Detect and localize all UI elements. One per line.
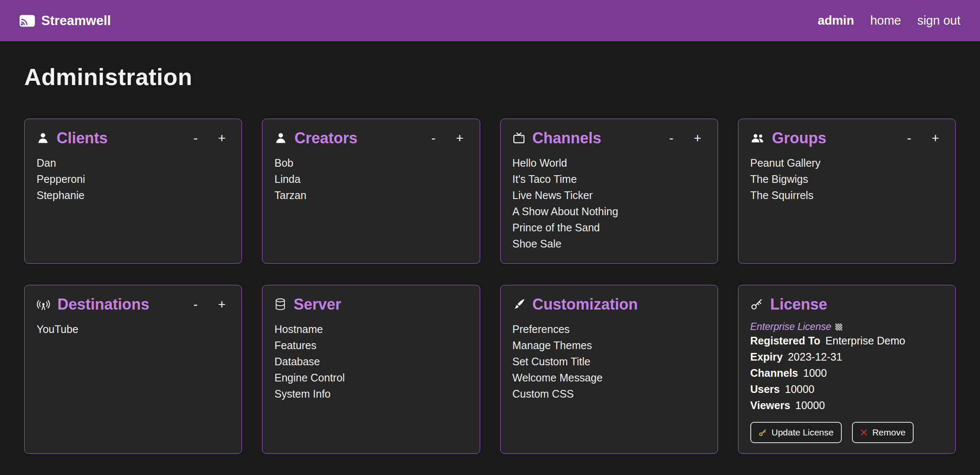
- field-label: Users: [750, 383, 780, 395]
- list-item[interactable]: Pepperoni: [37, 171, 85, 187]
- license-expiry: Expiry2023-12-31: [750, 349, 943, 365]
- card-grid: Clients - + DanPepperoniStephanie Creato…: [24, 119, 956, 454]
- person-icon: [274, 132, 287, 145]
- field-label: Channels: [750, 367, 798, 379]
- card-server: Server HostnameFeaturesDatabaseEngine Co…: [262, 285, 480, 454]
- add-channel-button[interactable]: +: [689, 132, 706, 145]
- license-users: Users10000: [750, 381, 943, 397]
- list-item[interactable]: System Info: [274, 386, 330, 402]
- page-title: Administration: [24, 63, 980, 91]
- remove-destination-button[interactable]: -: [189, 298, 202, 311]
- remove-group-button[interactable]: -: [903, 132, 915, 145]
- license-badge: Enterprise License: [750, 321, 943, 333]
- list-item[interactable]: The Bigwigs: [750, 171, 808, 187]
- list-item[interactable]: Bob: [274, 155, 293, 171]
- update-license-label: Update License: [772, 427, 834, 438]
- destinations-list: YouTube: [37, 321, 230, 337]
- list-item[interactable]: Dan: [37, 155, 56, 171]
- field-value: Enterprise Demo: [826, 335, 906, 347]
- list-item[interactable]: YouTube: [37, 321, 78, 337]
- top-nav: admin home sign out: [818, 14, 960, 28]
- person-icon: [37, 132, 49, 145]
- card-channels: Channels - + Hello WorldIt's Taco TimeLi…: [500, 119, 718, 264]
- field-label: Registered To: [750, 335, 820, 347]
- groups-list: Peanut GalleryThe BigwigsThe Squirrels: [750, 155, 943, 203]
- field-value: 10000: [785, 383, 815, 395]
- add-group-button[interactable]: +: [927, 132, 943, 145]
- add-client-button[interactable]: +: [214, 132, 230, 145]
- nav-user[interactable]: admin: [818, 14, 854, 28]
- brush-icon: [513, 298, 525, 311]
- remove-license-label: Remove: [872, 427, 906, 438]
- creators-list: BobLindaTarzan: [274, 155, 467, 203]
- card-license: License Enterprise License: [738, 285, 956, 454]
- red-x-icon: [860, 429, 868, 436]
- card-title-license: License: [770, 296, 827, 313]
- list-item[interactable]: Stephanie: [37, 187, 85, 203]
- remove-license-button[interactable]: Remove: [852, 422, 914, 443]
- card-title-groups: Groups: [772, 129, 826, 147]
- tv-icon: [513, 132, 525, 145]
- list-item[interactable]: Shoe Sale: [513, 236, 561, 252]
- key-icon: [750, 298, 763, 311]
- list-item[interactable]: Peanut Gallery: [750, 155, 820, 171]
- remove-creator-button[interactable]: -: [427, 132, 440, 145]
- people-icon: [750, 132, 765, 145]
- list-item[interactable]: Preferences: [513, 321, 570, 337]
- list-item[interactable]: Tarzan: [274, 187, 306, 203]
- card-creators: Creators - + BobLindaTarzan: [262, 119, 480, 264]
- list-item[interactable]: The Squirrels: [750, 187, 814, 203]
- list-item[interactable]: Hostname: [274, 321, 323, 337]
- card-title-channels: Channels: [533, 129, 601, 147]
- list-item[interactable]: Custom CSS: [513, 386, 574, 402]
- nav-sign-out[interactable]: sign out: [917, 14, 960, 28]
- card-clients: Clients - + DanPepperoniStephanie: [24, 119, 242, 264]
- card-title-customization: Customization: [533, 296, 638, 313]
- license-channels: Channels1000: [750, 365, 943, 381]
- list-item[interactable]: Features: [274, 337, 316, 353]
- card-groups: Groups - + Peanut GalleryThe BigwigsThe …: [738, 119, 956, 264]
- list-item[interactable]: Prince of the Sand: [513, 219, 600, 236]
- license-viewers: Viewers10000: [750, 397, 943, 413]
- card-title-destinations: Destinations: [57, 296, 149, 313]
- license-buttons: Update License Remove: [750, 422, 943, 443]
- brand-name: Streamwell: [41, 13, 111, 28]
- card-destinations: Destinations - + YouTube: [24, 285, 242, 454]
- server-list: HostnameFeaturesDatabaseEngine ControlSy…: [274, 321, 467, 402]
- list-item[interactable]: Live News Ticker: [513, 187, 593, 203]
- list-item[interactable]: Manage Themes: [513, 337, 592, 353]
- list-item[interactable]: A Show About Nothing: [513, 203, 618, 219]
- customization-list: PreferencesManage ThemesSet Custom Title…: [513, 321, 706, 402]
- key-gold-icon: [758, 428, 767, 437]
- field-value: 2023-12-31: [788, 351, 842, 363]
- card-customization: Customization PreferencesManage ThemesSe…: [500, 285, 718, 454]
- clients-list: DanPepperoniStephanie: [37, 155, 230, 203]
- field-value: 10000: [795, 399, 825, 411]
- broadcast-icon: [37, 298, 50, 311]
- list-item[interactable]: Database: [274, 353, 320, 370]
- card-title-creators: Creators: [294, 129, 357, 147]
- list-item[interactable]: Linda: [274, 171, 300, 187]
- database-icon: [274, 298, 286, 311]
- header-bar: Streamwell admin home sign out: [0, 0, 980, 41]
- remove-channel-button[interactable]: -: [665, 132, 678, 145]
- field-value: 1000: [803, 367, 827, 379]
- list-item[interactable]: Set Custom Title: [513, 353, 590, 370]
- field-label: Viewers: [750, 399, 790, 411]
- card-title-clients: Clients: [57, 129, 108, 147]
- license-registered-to: Registered ToEnterprise Demo: [750, 333, 943, 349]
- list-item[interactable]: It's Taco Time: [513, 171, 577, 187]
- add-creator-button[interactable]: +: [452, 132, 468, 145]
- add-destination-button[interactable]: +: [214, 298, 230, 311]
- nav-home[interactable]: home: [870, 14, 901, 28]
- remove-client-button[interactable]: -: [189, 132, 202, 145]
- list-item[interactable]: Hello World: [513, 155, 567, 171]
- brand[interactable]: Streamwell: [20, 13, 111, 28]
- channels-list: Hello WorldIt's Taco TimeLive News Ticke…: [513, 155, 706, 252]
- card-title-server: Server: [293, 296, 341, 313]
- list-item[interactable]: Engine Control: [274, 370, 345, 386]
- field-label: Expiry: [750, 351, 783, 363]
- cast-logo-icon: [20, 15, 35, 27]
- update-license-button[interactable]: Update License: [750, 422, 842, 443]
- list-item[interactable]: Welcome Message: [513, 370, 603, 386]
